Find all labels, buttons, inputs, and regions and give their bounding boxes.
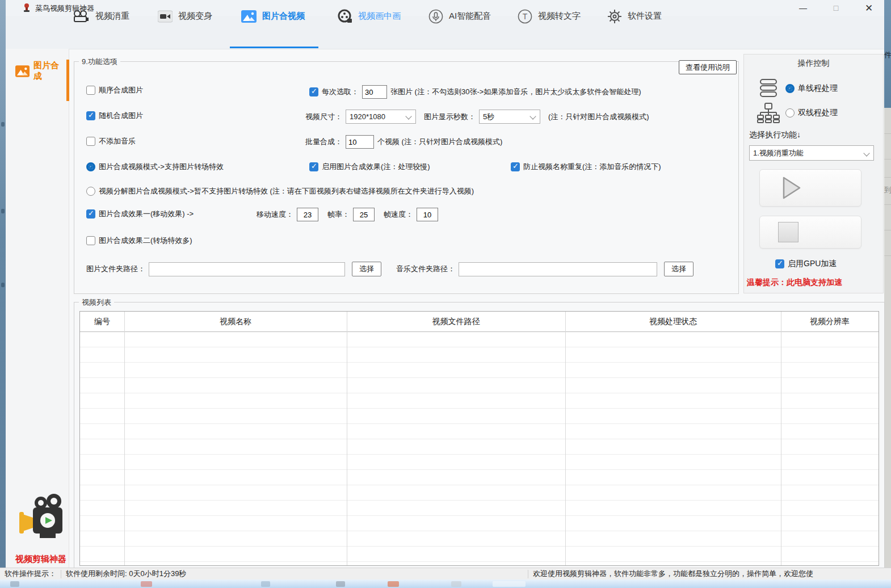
image-path-input[interactable] bbox=[149, 262, 345, 276]
move-speed-input[interactable] bbox=[297, 208, 318, 221]
tab-image-to-video[interactable]: 图片合视频 bbox=[241, 0, 305, 32]
effect-one-checkbox[interactable] bbox=[86, 209, 95, 219]
image-compose-icon bbox=[15, 65, 30, 77]
film-reel-icon bbox=[338, 9, 352, 24]
gpu-label: 启用GPU加速 bbox=[788, 259, 837, 269]
frame-speed-input[interactable] bbox=[417, 208, 438, 221]
desktop-left-strip bbox=[0, 0, 6, 588]
column-divider bbox=[347, 312, 347, 565]
help-button[interactable]: 查看使用说明 bbox=[679, 60, 737, 74]
close-button[interactable]: ✕ bbox=[856, 0, 881, 16]
tab-ai-voice[interactable]: AI智能配音 bbox=[428, 0, 491, 32]
play-icon bbox=[778, 175, 803, 200]
column-divider bbox=[781, 312, 781, 565]
enable-effect-checkbox[interactable] bbox=[309, 162, 318, 171]
video-camera-icon bbox=[158, 10, 173, 23]
maximize-button[interactable]: □ bbox=[823, 0, 848, 16]
dual-thread-option[interactable]: 双线程处理 bbox=[785, 108, 838, 118]
taskbar-icon bbox=[261, 581, 270, 587]
pick-each-input[interactable] bbox=[362, 85, 387, 99]
edge-fragment: 件 bbox=[884, 50, 891, 60]
mode-image-label: 图片合成视频模式->支持图片转场特效 bbox=[99, 162, 224, 172]
stop-button[interactable] bbox=[759, 216, 861, 249]
mode-decompose-radio[interactable] bbox=[86, 187, 95, 196]
sidebar-item-image-compose[interactable]: 图片合成 bbox=[6, 60, 66, 82]
minimize-button[interactable]: — bbox=[791, 0, 816, 16]
tab-video-to-text[interactable]: T 视频转文字 bbox=[518, 0, 581, 32]
function-select-value: 1.视频消重功能 bbox=[753, 148, 804, 158]
music-path-browse-button[interactable]: 选择 bbox=[664, 262, 694, 276]
chevron-down-icon bbox=[863, 150, 869, 156]
batch-input[interactable] bbox=[346, 135, 374, 149]
no-music-option[interactable]: 不添加音乐 bbox=[86, 136, 136, 146]
active-tab-indicator bbox=[230, 47, 318, 48]
single-thread-icon bbox=[758, 78, 779, 98]
column-header[interactable]: 视频文件路径 bbox=[347, 312, 565, 332]
gpu-option[interactable]: 启用GPU加速 bbox=[775, 259, 837, 269]
tab-label: 视频画中画 bbox=[358, 11, 401, 22]
taskbar-icon bbox=[451, 581, 461, 587]
prevent-dup-checkbox[interactable] bbox=[511, 162, 520, 171]
random-compose-option[interactable]: 随机合成图片 bbox=[86, 111, 143, 121]
tab-settings[interactable]: 软件设置 bbox=[607, 0, 662, 32]
seq-compose-option[interactable]: 顺序合成图片 bbox=[86, 85, 143, 95]
music-path-input[interactable] bbox=[459, 262, 657, 276]
column-header[interactable]: 视频分辨率 bbox=[781, 312, 879, 332]
seconds-select[interactable]: 5秒 bbox=[479, 110, 540, 124]
chevron-down-icon bbox=[405, 113, 411, 119]
image-icon bbox=[241, 10, 257, 23]
no-music-checkbox[interactable] bbox=[86, 137, 95, 146]
gear-icon bbox=[607, 9, 622, 24]
sidebar-item-label: 图片合成 bbox=[33, 60, 66, 82]
function-select[interactable]: 1.视频消重功能 bbox=[749, 145, 874, 161]
dual-thread-label: 双线程处理 bbox=[798, 108, 838, 118]
video-list-legend: 视频列表 bbox=[79, 297, 114, 308]
seconds-label: 图片显示秒数： bbox=[424, 112, 476, 122]
video-list-header: 编号 视频名称 视频文件路径 视频处理状态 视频分辨率 bbox=[80, 312, 879, 332]
video-size-select[interactable]: 1920*1080 bbox=[346, 110, 416, 124]
taskbar-strip bbox=[0, 579, 891, 588]
taskbar-icon bbox=[10, 581, 19, 587]
mode-image-radio[interactable] bbox=[86, 162, 95, 171]
dual-thread-radio[interactable] bbox=[785, 108, 795, 117]
tab-picture-in-picture[interactable]: 视频画中画 bbox=[338, 0, 401, 32]
seconds-value: 5秒 bbox=[483, 112, 494, 122]
frame-rate-input[interactable] bbox=[353, 208, 375, 221]
single-thread-option[interactable]: 单线程处理 bbox=[785, 83, 838, 94]
enable-effect-option[interactable]: 启用图片合成效果(注：处理较慢) bbox=[309, 162, 430, 172]
prevent-dup-option[interactable]: 防止视频名称重复(注：添加音乐的情况下) bbox=[511, 162, 661, 172]
start-button[interactable] bbox=[759, 169, 861, 207]
batch-note: 个视频 (注：只针对图片合成视频模式) bbox=[377, 137, 502, 147]
taskbar-icon bbox=[336, 581, 345, 587]
effect-two-checkbox[interactable] bbox=[86, 236, 95, 245]
path-row: 图片文件夹路径： 选择 音乐文件夹路径： 选择 bbox=[86, 262, 694, 276]
effect-one-option[interactable]: 图片合成效果一(移动效果) -> bbox=[86, 209, 194, 219]
effect-two-option[interactable]: 图片合成效果二(转场特效多) bbox=[86, 236, 192, 246]
column-header[interactable]: 编号 bbox=[80, 312, 124, 332]
column-divider bbox=[565, 312, 566, 565]
tab-label: 视频转文字 bbox=[538, 11, 581, 22]
gpu-checkbox[interactable] bbox=[775, 259, 784, 268]
taskbar-icon bbox=[141, 581, 152, 587]
column-header[interactable]: 视频处理状态 bbox=[565, 312, 781, 332]
prevent-dup-label: 防止视频名称重复(注：添加音乐的情况下) bbox=[523, 162, 661, 172]
random-compose-label: 随机合成图片 bbox=[99, 111, 143, 121]
random-compose-checkbox[interactable] bbox=[86, 111, 95, 120]
options-legend: 9.功能选项 bbox=[79, 57, 120, 67]
microphone-icon bbox=[428, 9, 443, 24]
column-header[interactable]: 视频名称 bbox=[124, 312, 347, 332]
mode-image-option[interactable]: 图片合成视频模式->支持图片转场特效 bbox=[86, 162, 224, 172]
effect-one-label: 图片合成效果一(移动效果) -> bbox=[99, 209, 194, 219]
image-path-browse-button[interactable]: 选择 bbox=[352, 262, 381, 276]
effect-two-label: 图片合成效果二(转场特效多) bbox=[99, 236, 192, 246]
video-size-value: 1920*1080 bbox=[350, 112, 385, 121]
taskbar-icon bbox=[493, 581, 526, 587]
mode-decompose-option[interactable]: 视频分解图片合成视频模式->暂不支持图片转场特效 (注：请在下面视频列表右键选择… bbox=[86, 186, 474, 196]
video-list-body[interactable] bbox=[80, 332, 879, 565]
seq-compose-checkbox[interactable] bbox=[86, 86, 95, 95]
single-thread-radio[interactable] bbox=[785, 84, 795, 93]
tab-video-dedup[interactable]: 视频消重 bbox=[73, 0, 129, 32]
function-select-label: 选择执行功能↓ bbox=[749, 130, 801, 140]
tab-video-transform[interactable]: 视频变身 bbox=[158, 0, 212, 32]
pick-each-checkbox[interactable] bbox=[309, 87, 318, 96]
